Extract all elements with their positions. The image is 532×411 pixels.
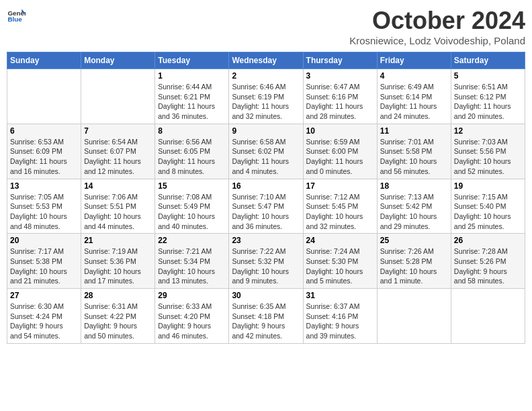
calendar-cell: 22Sunrise: 7:21 AM Sunset: 5:34 PM Dayli… [155, 234, 229, 289]
calendar-cell: 19Sunrise: 7:15 AM Sunset: 5:40 PM Dayli… [451, 179, 525, 234]
calendar-cell: 8Sunrise: 6:56 AM Sunset: 6:05 PM Daylig… [155, 124, 229, 179]
day-number: 18 [380, 181, 448, 191]
calendar-week-row: 27Sunrise: 6:30 AM Sunset: 4:24 PM Dayli… [7, 289, 525, 344]
day-info: Sunrise: 7:17 AM Sunset: 5:38 PM Dayligh… [10, 246, 78, 286]
day-number: 4 [380, 71, 448, 81]
day-number: 13 [10, 181, 78, 191]
day-info: Sunrise: 6:51 AM Sunset: 6:12 PM Dayligh… [454, 82, 522, 122]
calendar-cell: 31Sunrise: 6:37 AM Sunset: 4:16 PM Dayli… [303, 289, 377, 344]
day-number: 23 [232, 236, 300, 245]
day-number: 28 [84, 291, 152, 300]
calendar-cell: 1Sunrise: 6:44 AM Sunset: 6:21 PM Daylig… [155, 69, 229, 124]
weekday-header-cell: Sunday [7, 52, 81, 69]
svg-text:Blue: Blue [7, 15, 22, 23]
day-info: Sunrise: 6:46 AM Sunset: 6:19 PM Dayligh… [232, 82, 300, 122]
calendar-cell: 10Sunrise: 6:59 AM Sunset: 6:00 PM Dayli… [303, 124, 377, 179]
day-info: Sunrise: 7:15 AM Sunset: 5:40 PM Dayligh… [454, 192, 522, 232]
calendar-week-row: 13Sunrise: 7:05 AM Sunset: 5:53 PM Dayli… [7, 179, 525, 234]
calendar-table: SundayMondayTuesdayWednesdayThursdayFrid… [7, 52, 525, 344]
day-number: 30 [232, 291, 300, 300]
calendar-cell: 26Sunrise: 7:28 AM Sunset: 5:26 PM Dayli… [451, 234, 525, 289]
day-number: 21 [84, 236, 152, 245]
day-info: Sunrise: 7:08 AM Sunset: 5:49 PM Dayligh… [158, 192, 226, 232]
calendar-week-row: 20Sunrise: 7:17 AM Sunset: 5:38 PM Dayli… [7, 234, 525, 289]
page-header: General Blue October 2024 Krosniewice, L… [7, 7, 525, 46]
logo: General Blue [7, 7, 26, 26]
calendar-cell: 28Sunrise: 6:31 AM Sunset: 4:22 PM Dayli… [81, 289, 155, 344]
day-info: Sunrise: 7:21 AM Sunset: 5:34 PM Dayligh… [158, 246, 226, 286]
day-info: Sunrise: 6:35 AM Sunset: 4:18 PM Dayligh… [232, 302, 300, 341]
month-title: October 2024 [349, 7, 525, 35]
calendar-week-row: 1Sunrise: 6:44 AM Sunset: 6:21 PM Daylig… [7, 69, 525, 124]
day-number: 24 [306, 236, 374, 245]
day-info: Sunrise: 6:56 AM Sunset: 6:05 PM Dayligh… [158, 137, 226, 177]
day-info: Sunrise: 6:33 AM Sunset: 4:20 PM Dayligh… [158, 302, 226, 341]
day-info: Sunrise: 7:12 AM Sunset: 5:45 PM Dayligh… [306, 192, 374, 232]
calendar-cell: 29Sunrise: 6:33 AM Sunset: 4:20 PM Dayli… [155, 289, 229, 344]
calendar-cell: 2Sunrise: 6:46 AM Sunset: 6:19 PM Daylig… [229, 69, 303, 124]
day-number: 9 [232, 126, 300, 136]
day-info: Sunrise: 7:01 AM Sunset: 5:58 PM Dayligh… [380, 137, 448, 177]
calendar-cell: 23Sunrise: 7:22 AM Sunset: 5:32 PM Dayli… [229, 234, 303, 289]
calendar-cell: 17Sunrise: 7:12 AM Sunset: 5:45 PM Dayli… [303, 179, 377, 234]
day-number: 17 [306, 181, 374, 191]
location-subtitle: Krosniewice, Lodz Voivodeship, Poland [349, 35, 525, 46]
day-number: 26 [454, 236, 522, 245]
calendar-cell: 27Sunrise: 6:30 AM Sunset: 4:24 PM Dayli… [7, 289, 81, 344]
day-number: 19 [454, 181, 522, 191]
day-info: Sunrise: 7:05 AM Sunset: 5:53 PM Dayligh… [10, 192, 78, 232]
day-info: Sunrise: 6:47 AM Sunset: 6:16 PM Dayligh… [306, 82, 374, 122]
weekday-header-cell: Tuesday [155, 52, 229, 69]
day-info: Sunrise: 7:24 AM Sunset: 5:30 PM Dayligh… [306, 246, 374, 286]
calendar-cell [7, 69, 81, 124]
calendar-cell: 13Sunrise: 7:05 AM Sunset: 5:53 PM Dayli… [7, 179, 81, 234]
calendar-cell: 30Sunrise: 6:35 AM Sunset: 4:18 PM Dayli… [229, 289, 303, 344]
day-number: 15 [158, 181, 226, 191]
calendar-body: 1Sunrise: 6:44 AM Sunset: 6:21 PM Daylig… [7, 69, 525, 344]
day-info: Sunrise: 6:58 AM Sunset: 6:02 PM Dayligh… [232, 137, 300, 177]
calendar-cell: 20Sunrise: 7:17 AM Sunset: 5:38 PM Dayli… [7, 234, 81, 289]
day-number: 16 [232, 181, 300, 191]
day-info: Sunrise: 7:10 AM Sunset: 5:47 PM Dayligh… [232, 192, 300, 232]
day-info: Sunrise: 6:59 AM Sunset: 6:00 PM Dayligh… [306, 137, 374, 177]
calendar-cell: 16Sunrise: 7:10 AM Sunset: 5:47 PM Dayli… [229, 179, 303, 234]
title-area: October 2024 Krosniewice, Lodz Voivodesh… [349, 7, 525, 46]
day-number: 22 [158, 236, 226, 245]
calendar-cell: 18Sunrise: 7:13 AM Sunset: 5:42 PM Dayli… [377, 179, 451, 234]
logo-icon: General Blue [7, 7, 26, 26]
calendar-cell: 5Sunrise: 6:51 AM Sunset: 6:12 PM Daylig… [451, 69, 525, 124]
day-number: 1 [158, 71, 226, 81]
day-number: 6 [10, 126, 78, 136]
day-number: 8 [158, 126, 226, 136]
weekday-header-cell: Monday [81, 52, 155, 69]
day-info: Sunrise: 7:03 AM Sunset: 5:56 PM Dayligh… [454, 137, 522, 177]
calendar-cell: 21Sunrise: 7:19 AM Sunset: 5:36 PM Dayli… [81, 234, 155, 289]
calendar-cell: 15Sunrise: 7:08 AM Sunset: 5:49 PM Dayli… [155, 179, 229, 234]
calendar-cell: 11Sunrise: 7:01 AM Sunset: 5:58 PM Dayli… [377, 124, 451, 179]
calendar-cell: 25Sunrise: 7:26 AM Sunset: 5:28 PM Dayli… [377, 234, 451, 289]
day-info: Sunrise: 7:06 AM Sunset: 5:51 PM Dayligh… [84, 192, 152, 232]
calendar-cell: 14Sunrise: 7:06 AM Sunset: 5:51 PM Dayli… [81, 179, 155, 234]
calendar-week-row: 6Sunrise: 6:53 AM Sunset: 6:09 PM Daylig… [7, 124, 525, 179]
weekday-header-cell: Thursday [303, 52, 377, 69]
day-number: 3 [306, 71, 374, 81]
calendar-cell: 24Sunrise: 7:24 AM Sunset: 5:30 PM Dayli… [303, 234, 377, 289]
calendar-cell: 12Sunrise: 7:03 AM Sunset: 5:56 PM Dayli… [451, 124, 525, 179]
day-number: 12 [454, 126, 522, 136]
day-info: Sunrise: 6:49 AM Sunset: 6:14 PM Dayligh… [380, 82, 448, 122]
day-info: Sunrise: 6:31 AM Sunset: 4:22 PM Dayligh… [84, 302, 152, 341]
calendar-cell: 4Sunrise: 6:49 AM Sunset: 6:14 PM Daylig… [377, 69, 451, 124]
day-number: 10 [306, 126, 374, 136]
calendar-cell: 7Sunrise: 6:54 AM Sunset: 6:07 PM Daylig… [81, 124, 155, 179]
day-number: 25 [380, 236, 448, 245]
day-info: Sunrise: 7:13 AM Sunset: 5:42 PM Dayligh… [380, 192, 448, 232]
day-number: 11 [380, 126, 448, 136]
day-info: Sunrise: 6:30 AM Sunset: 4:24 PM Dayligh… [10, 302, 78, 341]
day-info: Sunrise: 6:44 AM Sunset: 6:21 PM Dayligh… [158, 82, 226, 122]
day-info: Sunrise: 6:53 AM Sunset: 6:09 PM Dayligh… [10, 137, 78, 177]
day-info: Sunrise: 7:26 AM Sunset: 5:28 PM Dayligh… [380, 246, 448, 286]
day-number: 27 [10, 291, 78, 300]
day-info: Sunrise: 6:54 AM Sunset: 6:07 PM Dayligh… [84, 137, 152, 177]
calendar-cell [451, 289, 525, 344]
calendar-cell [377, 289, 451, 344]
